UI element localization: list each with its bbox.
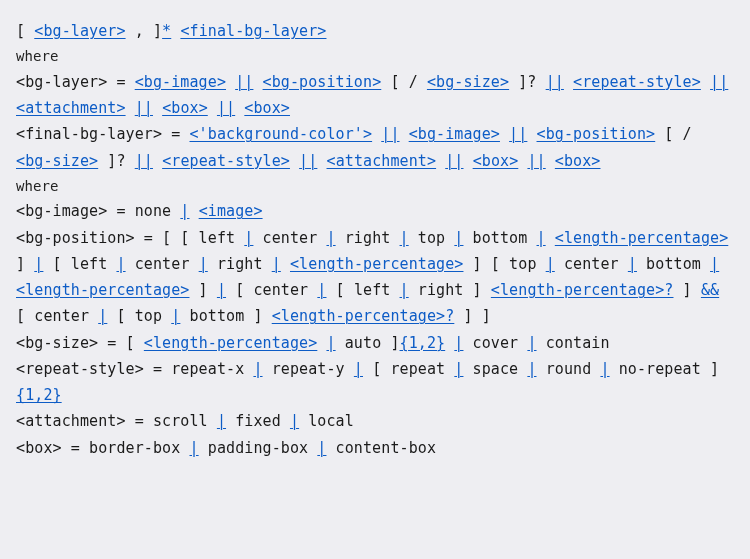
syntax-link-token[interactable]: | — [527, 334, 536, 352]
syntax-link-length-percentage[interactable]: <length-percentage> — [555, 229, 728, 247]
syntax-text — [436, 152, 445, 170]
syntax-link-token[interactable]: | — [272, 255, 281, 273]
syntax-link-length-percentage[interactable]: <length-percentage> — [144, 334, 317, 352]
syntax-link-bg-size[interactable]: <bg-size> — [16, 152, 98, 170]
syntax-link-length-percentage[interactable]: <length-percentage>? — [272, 307, 455, 325]
syntax-link-token[interactable]: || — [217, 99, 235, 117]
syntax-link-background-color[interactable]: <'background-color'> — [189, 125, 372, 143]
syntax-link-repeat-style[interactable]: <repeat-style> — [573, 73, 701, 91]
syntax-link-final-bg-layer[interactable]: <final-bg-layer> — [180, 22, 326, 40]
syntax-link-token[interactable]: || — [135, 99, 153, 117]
syntax-text: no-repeat ] — [610, 360, 720, 378]
syntax-text: [ / — [655, 125, 692, 143]
syntax-link-token[interactable]: | — [354, 360, 363, 378]
syntax-link-token[interactable]: | — [217, 412, 226, 430]
syntax-link-token[interactable]: | — [290, 412, 299, 430]
syntax-link-bg-layer[interactable]: <bg-layer> — [34, 22, 125, 40]
syntax-text: center — [126, 255, 199, 273]
syntax-link-box[interactable]: <box> — [162, 99, 208, 117]
syntax-line: <box> = border-box | padding-box | conte… — [16, 435, 734, 461]
syntax-text: ]? — [98, 152, 135, 170]
syntax-text: <bg-image> = none — [16, 202, 180, 220]
syntax-text — [317, 152, 326, 170]
syntax-link-token[interactable]: | — [116, 255, 125, 273]
syntax-link-bg-size[interactable]: <bg-size> — [427, 73, 509, 91]
syntax-link-token[interactable]: | — [326, 229, 335, 247]
syntax-text: fixed — [226, 412, 290, 430]
syntax-text — [153, 152, 162, 170]
syntax-link-box[interactable]: <box> — [244, 99, 290, 117]
syntax-link-token[interactable]: && — [701, 281, 719, 299]
syntax-link-token[interactable]: || — [710, 73, 728, 91]
syntax-text: top — [409, 229, 455, 247]
syntax-link-token[interactable]: || — [235, 73, 253, 91]
syntax-link-token[interactable]: | — [400, 229, 409, 247]
syntax-text — [226, 73, 235, 91]
syntax-link-image[interactable]: <image> — [199, 202, 263, 220]
syntax-link-token[interactable]: | — [710, 255, 719, 273]
syntax-link-token[interactable]: || — [546, 73, 564, 91]
syntax-link-token[interactable]: | — [400, 281, 409, 299]
syntax-link-length-percentage[interactable]: <length-percentage>? — [491, 281, 674, 299]
syntax-text: ] — [673, 281, 700, 299]
syntax-text — [290, 152, 299, 170]
syntax-link-token[interactable]: | — [628, 255, 637, 273]
syntax-link-token[interactable]: | — [527, 360, 536, 378]
syntax-link-token[interactable]: | — [326, 334, 335, 352]
syntax-link-length-percentage[interactable]: <length-percentage> — [16, 281, 189, 299]
syntax-text: ]? — [509, 73, 546, 91]
syntax-link-token[interactable]: || — [445, 152, 463, 170]
syntax-text: center — [555, 255, 628, 273]
syntax-link-token[interactable]: | — [253, 360, 262, 378]
syntax-link-box[interactable]: <box> — [473, 152, 519, 170]
syntax-link-1-2[interactable]: {1,2} — [16, 386, 62, 404]
syntax-link-length-percentage[interactable]: <length-percentage> — [290, 255, 463, 273]
syntax-text — [253, 73, 262, 91]
syntax-link-token[interactable]: * — [162, 22, 171, 40]
syntax-link-1-2[interactable]: {1,2} — [400, 334, 446, 352]
syntax-link-token[interactable]: | — [600, 360, 609, 378]
syntax-text: [ — [16, 22, 34, 40]
syntax-link-box[interactable]: <box> — [555, 152, 601, 170]
syntax-link-bg-image[interactable]: <bg-image> — [135, 73, 226, 91]
syntax-link-bg-position[interactable]: <bg-position> — [537, 125, 656, 143]
syntax-link-token[interactable]: || — [381, 125, 399, 143]
syntax-text: round — [537, 360, 601, 378]
syntax-text: right — [208, 255, 272, 273]
syntax-line: <bg-position> = [ [ left | center | righ… — [16, 225, 734, 330]
syntax-text: <final-bg-layer> = — [16, 125, 189, 143]
syntax-link-bg-image[interactable]: <bg-image> — [409, 125, 500, 143]
syntax-text: [ center — [16, 307, 98, 325]
syntax-link-token[interactable]: || — [527, 152, 545, 170]
syntax-line: [ <bg-layer> , ]* <final-bg-layer> — [16, 18, 734, 44]
syntax-link-repeat-style[interactable]: <repeat-style> — [162, 152, 290, 170]
syntax-link-token[interactable]: | — [189, 439, 198, 457]
syntax-text: contain — [537, 334, 610, 352]
syntax-text — [527, 125, 536, 143]
syntax-link-token[interactable]: | — [199, 255, 208, 273]
syntax-link-attachment[interactable]: <attachment> — [16, 99, 126, 117]
syntax-text: [ repeat — [363, 360, 454, 378]
syntax-text: ] — [189, 281, 216, 299]
syntax-text: bottom — [463, 229, 536, 247]
syntax-link-attachment[interactable]: <attachment> — [327, 152, 437, 170]
syntax-link-token[interactable]: | — [537, 229, 546, 247]
syntax-line: <repeat-style> = repeat-x | repeat-y | [… — [16, 356, 734, 409]
syntax-link-token[interactable]: | — [180, 202, 189, 220]
syntax-text: right — [336, 229, 400, 247]
syntax-line: <bg-image> = none | <image> — [16, 198, 734, 224]
syntax-text: <bg-layer> = — [16, 73, 135, 91]
syntax-link-token[interactable]: || — [509, 125, 527, 143]
syntax-text: space — [463, 360, 527, 378]
syntax-text — [445, 334, 454, 352]
where-label: where — [16, 174, 734, 199]
syntax-link-token[interactable]: || — [299, 152, 317, 170]
syntax-link-token[interactable]: | — [98, 307, 107, 325]
syntax-link-bg-position[interactable]: <bg-position> — [263, 73, 382, 91]
syntax-link-token[interactable]: || — [135, 152, 153, 170]
syntax-text: <bg-position> = [ [ left — [16, 229, 244, 247]
syntax-link-token[interactable]: | — [217, 281, 226, 299]
syntax-text — [235, 99, 244, 117]
syntax-link-token[interactable]: | — [546, 255, 555, 273]
syntax-text: [ left — [326, 281, 399, 299]
